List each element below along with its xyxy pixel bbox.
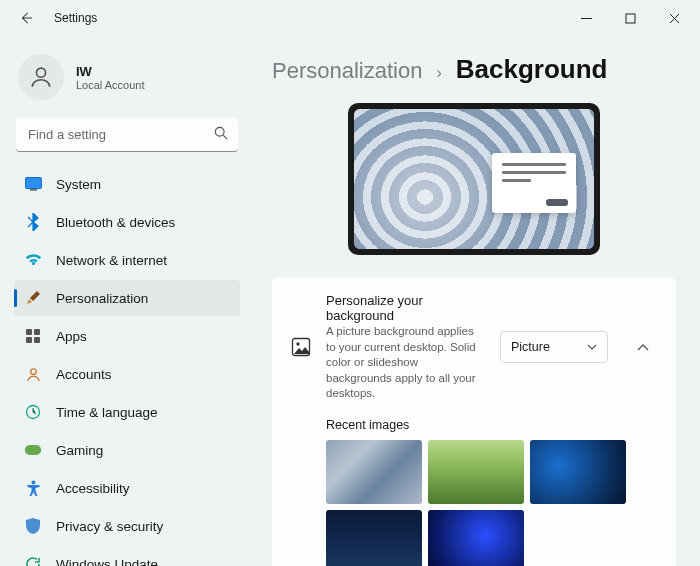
chevron-up-icon	[637, 344, 649, 351]
svg-point-9	[30, 368, 36, 374]
recent-image-5[interactable]	[428, 510, 524, 566]
nav-label: Accessibility	[56, 481, 130, 496]
nav-label: Gaming	[56, 443, 103, 458]
wifi-icon	[24, 251, 42, 269]
background-type-dropdown[interactable]: Picture	[500, 331, 608, 363]
svg-rect-0	[626, 14, 635, 23]
paintbrush-icon	[24, 289, 42, 307]
nav-bluetooth[interactable]: Bluetooth & devices	[14, 204, 240, 240]
svg-rect-7	[26, 337, 32, 343]
maximize-button[interactable]	[608, 3, 652, 33]
svg-point-1	[36, 68, 45, 77]
nav-personalization[interactable]: Personalization	[14, 280, 240, 316]
accessibility-icon	[24, 479, 42, 497]
window-title: Settings	[54, 11, 97, 25]
svg-rect-6	[34, 329, 40, 335]
account-icon	[24, 365, 42, 383]
collapse-button[interactable]	[628, 332, 658, 362]
recent-images-label: Recent images	[326, 418, 658, 432]
recent-image-3[interactable]	[530, 440, 626, 504]
svg-point-14	[296, 343, 299, 346]
shield-icon	[24, 517, 42, 535]
window-mockup	[492, 153, 576, 213]
title-bar: Settings	[0, 0, 700, 36]
background-card: Personalize your background A picture ba…	[272, 277, 676, 566]
recent-image-4[interactable]	[326, 510, 422, 566]
close-icon	[669, 13, 680, 24]
minimize-button[interactable]	[564, 3, 608, 33]
card-title: Personalize your background	[326, 293, 486, 323]
svg-rect-4	[30, 189, 37, 191]
preview-screen	[354, 109, 594, 249]
nav-privacy-security[interactable]: Privacy & security	[14, 508, 240, 544]
apps-icon	[24, 327, 42, 345]
chevron-down-icon	[587, 344, 597, 350]
picture-icon	[290, 336, 312, 358]
recent-images-grid	[326, 440, 658, 566]
nav-label: Privacy & security	[56, 519, 163, 534]
bluetooth-icon	[24, 213, 42, 231]
nav-label: Network & internet	[56, 253, 167, 268]
nav: System Bluetooth & devices Network & int…	[14, 166, 240, 566]
maximize-icon	[625, 13, 636, 24]
update-icon	[24, 555, 42, 566]
desktop-preview	[348, 103, 600, 255]
nav-gaming[interactable]: Gaming	[14, 432, 240, 468]
close-button[interactable]	[652, 3, 696, 33]
nav-label: Personalization	[56, 291, 148, 306]
back-button[interactable]	[12, 4, 40, 32]
search-icon	[214, 126, 228, 144]
person-icon	[28, 64, 54, 90]
nav-windows-update[interactable]: Windows Update	[14, 546, 240, 566]
nav-network[interactable]: Network & internet	[14, 242, 240, 278]
account-type: Local Account	[76, 79, 145, 91]
svg-point-2	[215, 127, 224, 136]
display-icon	[24, 175, 42, 193]
nav-label: Apps	[56, 329, 87, 344]
minimize-icon	[581, 13, 592, 24]
nav-accounts[interactable]: Accounts	[14, 356, 240, 392]
card-description: A picture background applies to your cur…	[326, 324, 486, 402]
dropdown-value: Picture	[511, 340, 550, 354]
nav-label: Windows Update	[56, 557, 158, 567]
arrow-left-icon	[19, 11, 33, 25]
globe-clock-icon	[24, 403, 42, 421]
svg-rect-11	[25, 445, 41, 455]
nav-apps[interactable]: Apps	[14, 318, 240, 354]
chevron-right-icon: ›	[436, 64, 441, 82]
nav-label: Time & language	[56, 405, 158, 420]
svg-point-12	[31, 481, 35, 485]
svg-rect-5	[26, 329, 32, 335]
search-input[interactable]	[16, 118, 238, 152]
nav-label: System	[56, 177, 101, 192]
avatar	[18, 54, 64, 100]
nav-label: Accounts	[56, 367, 112, 382]
gamepad-icon	[24, 441, 42, 459]
svg-rect-8	[34, 337, 40, 343]
search-box	[16, 118, 238, 152]
recent-image-2[interactable]	[428, 440, 524, 504]
breadcrumb: Personalization › Background	[272, 54, 676, 85]
svg-rect-3	[25, 178, 41, 189]
nav-accessibility[interactable]: Accessibility	[14, 470, 240, 506]
nav-label: Bluetooth & devices	[56, 215, 175, 230]
account-block[interactable]: IW Local Account	[14, 46, 240, 118]
breadcrumb-parent[interactable]: Personalization	[272, 58, 422, 84]
window-controls	[564, 3, 696, 33]
account-name: IW	[76, 64, 145, 79]
page-title: Background	[456, 54, 608, 85]
content-area: Personalization › Background Personalize…	[250, 36, 700, 566]
recent-image-1[interactable]	[326, 440, 422, 504]
sidebar: IW Local Account System Bluetooth & devi…	[0, 36, 250, 566]
nav-system[interactable]: System	[14, 166, 240, 202]
nav-time-language[interactable]: Time & language	[14, 394, 240, 430]
